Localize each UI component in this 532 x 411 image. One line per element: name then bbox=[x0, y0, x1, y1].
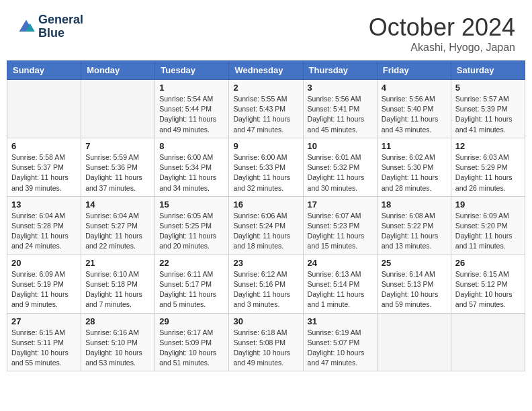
calendar-cell: 16Sunrise: 6:06 AMSunset: 5:24 PMDayligh… bbox=[229, 196, 303, 255]
calendar-cell: 21Sunrise: 6:10 AMSunset: 5:18 PMDayligh… bbox=[81, 255, 155, 313]
day-info: Sunrise: 6:15 AMSunset: 5:12 PMDaylight:… bbox=[455, 269, 521, 310]
calendar-cell: 20Sunrise: 6:09 AMSunset: 5:19 PMDayligh… bbox=[7, 255, 81, 313]
day-info: Sunrise: 6:08 AMSunset: 5:22 PMDaylight:… bbox=[382, 211, 447, 252]
calendar-week-2: 6Sunrise: 5:58 AMSunset: 5:37 PMDaylight… bbox=[7, 138, 525, 196]
header-cell-sunday: Sunday bbox=[7, 61, 81, 80]
day-number: 6 bbox=[11, 141, 77, 151]
calendar-cell: 24Sunrise: 6:13 AMSunset: 5:14 PMDayligh… bbox=[303, 255, 377, 313]
calendar-cell: 8Sunrise: 6:00 AMSunset: 5:34 PMDaylight… bbox=[155, 138, 229, 196]
calendar-week-4: 20Sunrise: 6:09 AMSunset: 5:19 PMDayligh… bbox=[7, 255, 525, 313]
logo: General Blue bbox=[17, 13, 83, 40]
calendar-week-5: 27Sunrise: 6:15 AMSunset: 5:11 PMDayligh… bbox=[7, 313, 525, 371]
day-number: 12 bbox=[455, 141, 521, 151]
day-info: Sunrise: 5:54 AMSunset: 5:44 PMDaylight:… bbox=[159, 94, 224, 135]
calendar-cell: 14Sunrise: 6:04 AMSunset: 5:27 PMDayligh… bbox=[81, 196, 155, 255]
day-number: 20 bbox=[11, 258, 77, 268]
day-number: 15 bbox=[159, 199, 224, 210]
day-number: 5 bbox=[455, 83, 521, 93]
day-number: 27 bbox=[11, 316, 77, 326]
calendar-table: SundayMondayTuesdayWednesdayThursdayFrid… bbox=[7, 60, 525, 371]
calendar-cell: 9Sunrise: 6:00 AMSunset: 5:33 PMDaylight… bbox=[229, 138, 303, 196]
day-info: Sunrise: 6:07 AMSunset: 5:23 PMDaylight:… bbox=[308, 211, 373, 252]
day-number: 25 bbox=[382, 258, 447, 268]
calendar-cell: 2Sunrise: 5:55 AMSunset: 5:43 PMDaylight… bbox=[229, 80, 303, 138]
calendar-cell: 1Sunrise: 5:54 AMSunset: 5:44 PMDaylight… bbox=[155, 80, 229, 138]
day-info: Sunrise: 5:55 AMSunset: 5:43 PMDaylight:… bbox=[233, 94, 298, 135]
day-number: 21 bbox=[85, 258, 150, 268]
day-info: Sunrise: 6:04 AMSunset: 5:27 PMDaylight:… bbox=[85, 211, 150, 252]
day-info: Sunrise: 6:19 AMSunset: 5:07 PMDaylight:… bbox=[308, 328, 373, 369]
day-number: 29 bbox=[159, 316, 224, 326]
calendar-cell: 15Sunrise: 6:05 AMSunset: 5:25 PMDayligh… bbox=[155, 196, 229, 255]
calendar-cell bbox=[81, 80, 155, 138]
calendar-cell: 18Sunrise: 6:08 AMSunset: 5:22 PMDayligh… bbox=[377, 196, 451, 255]
day-number: 16 bbox=[233, 199, 298, 210]
month-year: October 2024 bbox=[369, 13, 515, 42]
day-number: 28 bbox=[85, 316, 150, 326]
day-number: 31 bbox=[308, 316, 373, 326]
day-number: 3 bbox=[308, 83, 373, 93]
calendar-cell: 26Sunrise: 6:15 AMSunset: 5:12 PMDayligh… bbox=[451, 255, 525, 313]
calendar-header: SundayMondayTuesdayWednesdayThursdayFrid… bbox=[7, 61, 525, 80]
day-number: 8 bbox=[159, 141, 224, 151]
header-cell-tuesday: Tuesday bbox=[155, 61, 229, 80]
day-info: Sunrise: 6:18 AMSunset: 5:08 PMDaylight:… bbox=[233, 328, 298, 369]
header-cell-friday: Friday bbox=[377, 61, 451, 80]
location: Akashi, Hyogo, Japan bbox=[369, 42, 515, 54]
day-info: Sunrise: 6:14 AMSunset: 5:13 PMDaylight:… bbox=[382, 269, 447, 310]
calendar-week-3: 13Sunrise: 6:04 AMSunset: 5:28 PMDayligh… bbox=[7, 196, 525, 255]
day-number: 7 bbox=[85, 141, 150, 151]
calendar-cell: 25Sunrise: 6:14 AMSunset: 5:13 PMDayligh… bbox=[377, 255, 451, 313]
day-number: 11 bbox=[382, 141, 447, 151]
header-cell-wednesday: Wednesday bbox=[229, 61, 303, 80]
day-info: Sunrise: 6:15 AMSunset: 5:11 PMDaylight:… bbox=[11, 328, 77, 369]
calendar-cell bbox=[7, 80, 81, 138]
calendar-cell: 19Sunrise: 6:09 AMSunset: 5:20 PMDayligh… bbox=[451, 196, 525, 255]
header-cell-saturday: Saturday bbox=[451, 61, 525, 80]
day-info: Sunrise: 5:57 AMSunset: 5:39 PMDaylight:… bbox=[455, 94, 521, 135]
day-number: 2 bbox=[233, 83, 298, 93]
day-info: Sunrise: 6:00 AMSunset: 5:34 PMDaylight:… bbox=[159, 152, 224, 193]
calendar-cell: 23Sunrise: 6:12 AMSunset: 5:16 PMDayligh… bbox=[229, 255, 303, 313]
calendar-cell: 28Sunrise: 6:16 AMSunset: 5:10 PMDayligh… bbox=[81, 313, 155, 371]
day-info: Sunrise: 6:09 AMSunset: 5:19 PMDaylight:… bbox=[11, 269, 77, 310]
day-info: Sunrise: 6:13 AMSunset: 5:14 PMDaylight:… bbox=[308, 269, 373, 310]
calendar-cell: 12Sunrise: 6:03 AMSunset: 5:29 PMDayligh… bbox=[451, 138, 525, 196]
day-number: 19 bbox=[455, 199, 521, 210]
day-info: Sunrise: 6:17 AMSunset: 5:09 PMDaylight:… bbox=[159, 328, 224, 369]
calendar-cell: 22Sunrise: 6:11 AMSunset: 5:17 PMDayligh… bbox=[155, 255, 229, 313]
header-cell-monday: Monday bbox=[81, 61, 155, 80]
day-number: 9 bbox=[233, 141, 298, 151]
day-info: Sunrise: 6:09 AMSunset: 5:20 PMDaylight:… bbox=[455, 211, 521, 252]
calendar-week-1: 1Sunrise: 5:54 AMSunset: 5:44 PMDaylight… bbox=[7, 80, 525, 138]
day-info: Sunrise: 6:11 AMSunset: 5:17 PMDaylight:… bbox=[159, 269, 224, 310]
calendar-cell: 30Sunrise: 6:18 AMSunset: 5:08 PMDayligh… bbox=[229, 313, 303, 371]
day-number: 24 bbox=[308, 258, 373, 268]
day-info: Sunrise: 6:12 AMSunset: 5:16 PMDaylight:… bbox=[233, 269, 298, 310]
day-info: Sunrise: 6:03 AMSunset: 5:29 PMDaylight:… bbox=[455, 152, 521, 193]
day-info: Sunrise: 5:56 AMSunset: 5:40 PMDaylight:… bbox=[382, 94, 447, 135]
day-info: Sunrise: 6:04 AMSunset: 5:28 PMDaylight:… bbox=[11, 211, 77, 252]
calendar-cell: 4Sunrise: 5:56 AMSunset: 5:40 PMDaylight… bbox=[377, 80, 451, 138]
day-info: Sunrise: 5:58 AMSunset: 5:37 PMDaylight:… bbox=[11, 152, 77, 193]
day-number: 18 bbox=[382, 199, 447, 210]
day-info: Sunrise: 6:05 AMSunset: 5:25 PMDaylight:… bbox=[159, 211, 224, 252]
day-number: 23 bbox=[233, 258, 298, 268]
logo-text: General Blue bbox=[38, 13, 83, 40]
day-info: Sunrise: 6:02 AMSunset: 5:30 PMDaylight:… bbox=[382, 152, 447, 193]
day-info: Sunrise: 6:01 AMSunset: 5:32 PMDaylight:… bbox=[308, 152, 373, 193]
calendar-cell: 17Sunrise: 6:07 AMSunset: 5:23 PMDayligh… bbox=[303, 196, 377, 255]
day-info: Sunrise: 5:59 AMSunset: 5:36 PMDaylight:… bbox=[85, 152, 150, 193]
logo-icon bbox=[17, 17, 36, 36]
day-info: Sunrise: 6:16 AMSunset: 5:10 PMDaylight:… bbox=[85, 328, 150, 369]
day-number: 1 bbox=[159, 83, 224, 93]
calendar-cell: 3Sunrise: 5:56 AMSunset: 5:41 PMDaylight… bbox=[303, 80, 377, 138]
day-info: Sunrise: 6:10 AMSunset: 5:18 PMDaylight:… bbox=[85, 269, 150, 310]
calendar-cell: 7Sunrise: 5:59 AMSunset: 5:36 PMDaylight… bbox=[81, 138, 155, 196]
header-cell-thursday: Thursday bbox=[303, 61, 377, 80]
day-number: 4 bbox=[382, 83, 447, 93]
day-number: 30 bbox=[233, 316, 298, 326]
day-info: Sunrise: 5:56 AMSunset: 5:41 PMDaylight:… bbox=[308, 94, 373, 135]
day-info: Sunrise: 6:00 AMSunset: 5:33 PMDaylight:… bbox=[233, 152, 298, 193]
calendar-cell bbox=[451, 313, 525, 371]
